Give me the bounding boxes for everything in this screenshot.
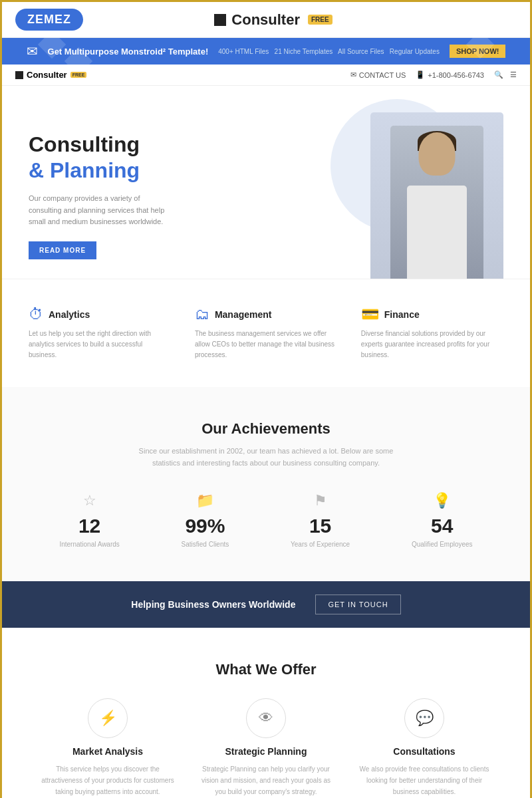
market-analysis-name: Market Analysis xyxy=(41,746,174,757)
stat-experience: ⚑ 15 Years of Experience xyxy=(291,492,350,548)
feature-management-name: Management xyxy=(215,309,272,320)
clients-icon: 📁 xyxy=(182,492,229,509)
employees-label: Qualified Employees xyxy=(412,541,473,548)
stat-awards: ☆ 12 International Awards xyxy=(59,492,119,548)
finance-icon-row: 💳 Finance xyxy=(361,306,503,323)
analytics-icon: ⏱ xyxy=(29,306,43,323)
feature-analytics: ⏱ Analytics Let us help you set the righ… xyxy=(29,306,171,360)
offer-strategic-planning: 👁 Strategic Planning Strategic Planning … xyxy=(200,698,332,797)
market-analysis-icon: ⚡ xyxy=(99,710,117,727)
clients-label: Satisfied Clients xyxy=(182,541,229,548)
nav-contact[interactable]: ✉ CONTACT US xyxy=(350,70,406,79)
employees-icon: 💡 xyxy=(412,492,473,509)
awards-number: 12 xyxy=(59,515,119,537)
envelope-nav-icon: ✉ xyxy=(350,70,356,79)
nav-phone[interactable]: 📱 +1-800-456-6743 xyxy=(416,70,484,79)
offer-items-row: ⚡ Market Analysis This service helps you… xyxy=(29,698,503,797)
brand-square-icon xyxy=(214,14,226,26)
consultations-name: Consultations xyxy=(358,746,491,757)
offer-consultations: 💬 Consultations We also provide free con… xyxy=(358,698,491,797)
free-badge-top: FREE xyxy=(308,15,332,25)
hero-person-image xyxy=(370,112,503,279)
read-more-button[interactable]: READ MORE xyxy=(29,241,96,259)
finance-icon: 💳 xyxy=(361,306,379,323)
nav-logo-square-icon xyxy=(15,71,23,79)
experience-label: Years of Experience xyxy=(291,541,350,548)
nav-free-badge: FREE xyxy=(70,72,87,78)
stats-row: ☆ 12 International Awards 📁 99% Satisfie… xyxy=(29,492,503,548)
stat-clients: 📁 99% Satisfied Clients xyxy=(182,492,229,548)
hero-title-line1: Consulting xyxy=(29,132,242,157)
phone-icon: 📱 xyxy=(416,70,425,79)
achievements-subtitle: Since our establishment in 2002, our tea… xyxy=(133,446,399,469)
features-section: ⏱ Analytics Let us help you set the righ… xyxy=(2,279,530,387)
person-body xyxy=(407,186,467,279)
nav-logo-text: Consulter xyxy=(27,70,67,80)
consulter-brand-name: Consulter xyxy=(231,11,300,29)
nav-bar: Consulter FREE ✉ CONTACT US 📱 +1-800-456… xyxy=(2,65,530,86)
feature-finance: 💳 Finance Diverse financial solutions pr… xyxy=(361,306,503,360)
management-icon-row: 🗂 Management xyxy=(195,306,337,323)
hero-content: Consulting & Planning Our company provid… xyxy=(29,132,242,259)
zemez-logo[interactable]: ZEMEZ xyxy=(15,9,83,31)
hero-title: Consulting & Planning xyxy=(29,132,242,183)
offer-section-title: What We Offer xyxy=(29,661,503,678)
nav-icons: 🔍 ☰ xyxy=(494,70,517,79)
envelope-icon: ✉ xyxy=(27,43,38,59)
hero-section: Consulting & Planning Our company provid… xyxy=(2,86,530,279)
analytics-icon-row: ⏱ Analytics xyxy=(29,306,171,323)
hero-title-line2: & Planning xyxy=(29,158,242,183)
consultations-icon-circle: 💬 xyxy=(404,698,444,738)
feature-management-desc: The business management services we offe… xyxy=(195,329,337,360)
person-head xyxy=(418,132,455,176)
strategic-planning-icon-circle: 👁 xyxy=(246,698,286,738)
get-in-touch-button[interactable]: GET IN TOUCH xyxy=(315,595,400,614)
consultations-desc: We also provide free consultations to cl… xyxy=(358,763,491,797)
what-offer-section: What We Offer ⚡ Market Analysis This ser… xyxy=(2,628,530,798)
stat-employees: 💡 54 Qualified Employees xyxy=(412,492,473,548)
employees-number: 54 xyxy=(412,515,473,537)
achievements-title: Our Achievements xyxy=(29,420,503,438)
awards-label: International Awards xyxy=(59,541,119,548)
strategic-planning-icon: 👁 xyxy=(259,710,273,727)
feature-analytics-desc: Let us help you set the right direction … xyxy=(29,329,171,360)
feature-finance-name: Finance xyxy=(384,309,420,320)
feature-management: 🗂 Management The business management ser… xyxy=(195,306,337,360)
feature-analytics-name: Analytics xyxy=(49,309,90,320)
cta-banner: Helping Business Owners Worldwide GET IN… xyxy=(2,581,530,628)
offer-market-analysis: ⚡ Market Analysis This service helps you… xyxy=(41,698,174,797)
promo-sub-items: 400+ HTML Files 21 Niche Templates All S… xyxy=(218,48,440,55)
consulter-brand-title: Consulter FREE xyxy=(214,11,332,29)
search-icon[interactable]: 🔍 xyxy=(494,70,503,79)
market-analysis-icon-circle: ⚡ xyxy=(88,698,128,738)
nav-right: ✉ CONTACT US 📱 +1-800-456-6743 🔍 ☰ xyxy=(350,70,517,79)
clients-number: 99% xyxy=(182,515,229,537)
experience-number: 15 xyxy=(291,515,350,537)
strategic-planning-name: Strategic Planning xyxy=(200,746,332,757)
nav-logo[interactable]: Consulter FREE xyxy=(15,70,86,80)
promo-banner: ✉ Get Multipurpose Monstroid² Template! … xyxy=(2,38,530,65)
experience-icon: ⚑ xyxy=(291,492,350,509)
outer-frame: ZEMEZ Consulter FREE ✉ Get Multipurpose … xyxy=(0,0,532,798)
person-figure xyxy=(390,126,483,279)
top-bar: ZEMEZ Consulter FREE xyxy=(2,2,530,38)
hero-description: Our company provides a variety of consul… xyxy=(29,193,175,228)
market-analysis-desc: This service helps you discover the attr… xyxy=(41,763,174,797)
cta-text: Helping Business Owners Worldwide xyxy=(131,599,295,610)
phone-number: +1-800-456-6743 xyxy=(428,71,484,79)
menu-icon[interactable]: ☰ xyxy=(510,70,517,79)
feature-finance-desc: Diverse financial solutions provided by … xyxy=(361,329,503,360)
management-icon: 🗂 xyxy=(195,306,209,323)
consultations-icon: 💬 xyxy=(416,710,434,727)
strategic-planning-desc: Strategic Planning can help you clarify … xyxy=(200,763,332,797)
achievements-section: Our Achievements Since our establishment… xyxy=(2,387,530,581)
hero-image xyxy=(242,112,503,279)
awards-icon: ☆ xyxy=(59,492,119,509)
contact-label: CONTACT US xyxy=(359,71,406,79)
